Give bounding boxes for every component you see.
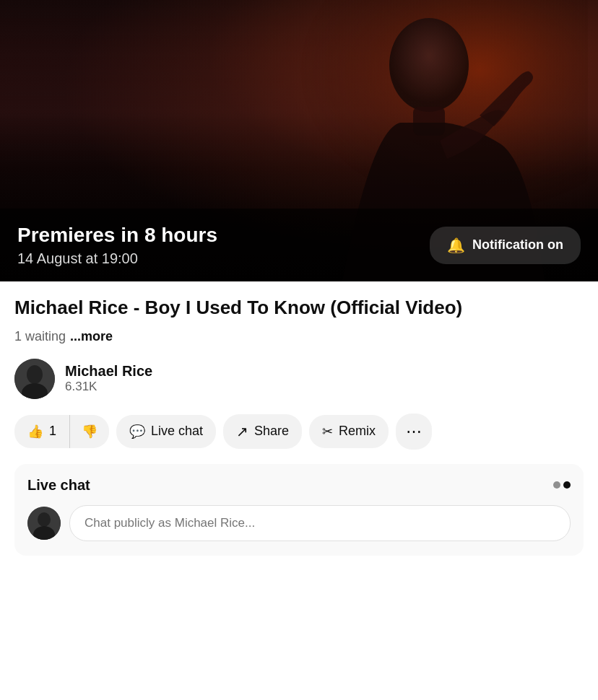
more-icon: ⋯: [406, 422, 422, 441]
svg-point-1: [389, 18, 469, 112]
thumb-down-icon: 👎: [82, 424, 98, 439]
live-chat-title: Live chat: [27, 477, 90, 494]
live-chat-label: Live chat: [151, 424, 203, 439]
premiere-info: Premieres in 8 hours 14 August at 19:00: [17, 223, 217, 267]
avatar[interactable]: [14, 359, 55, 399]
chat-avatar: [27, 507, 61, 540]
premiere-overlay: Premieres in 8 hours 14 August at 19:00 …: [0, 209, 598, 281]
dot-1: [553, 481, 560, 489]
like-button[interactable]: 👍 1: [14, 415, 70, 448]
live-chat-button[interactable]: 💬 Live chat: [116, 415, 216, 448]
video-title: Michael Rice - Boy I Used To Know (Offic…: [14, 296, 584, 320]
notification-label: Notification on: [472, 237, 563, 253]
channel-name[interactable]: Michael Rice: [65, 363, 152, 380]
chat-input[interactable]: [69, 505, 571, 541]
video-thumbnail[interactable]: Premieres in 8 hours 14 August at 19:00 …: [0, 0, 598, 281]
remix-icon: ✂: [322, 424, 333, 439]
channel-info: Michael Rice 6.31K: [65, 363, 152, 394]
live-chat-section: Live chat: [14, 464, 584, 556]
video-content: Michael Rice - Boy I Used To Know (Offic…: [0, 281, 598, 567]
remix-button[interactable]: ✂ Remix: [309, 415, 389, 448]
waiting-count: 1 waiting: [14, 329, 66, 344]
share-icon: ↗: [236, 423, 248, 440]
action-buttons: 👍 1 👎 💬 Live chat ↗ Share ✂ Remix ⋯: [14, 414, 584, 450]
thumb-up-icon: 👍: [27, 424, 43, 439]
live-chat-dots: [553, 481, 571, 489]
bell-icon: 🔔: [447, 237, 465, 254]
share-label: Share: [254, 424, 289, 439]
like-count: 1: [49, 424, 56, 439]
remix-label: Remix: [339, 424, 376, 439]
avatar-image: [14, 359, 55, 399]
dislike-button[interactable]: 👎: [70, 415, 109, 448]
live-chat-header: Live chat: [27, 477, 571, 494]
share-button[interactable]: ↗ Share: [223, 414, 302, 449]
notification-button[interactable]: 🔔 Notification on: [430, 227, 581, 264]
video-stats: 1 waiting ...more: [14, 329, 584, 344]
premiere-date: 14 August at 19:00: [17, 250, 217, 267]
more-link[interactable]: ...more: [70, 329, 113, 344]
like-dislike-group: 👍 1 👎: [14, 415, 109, 448]
svg-point-4: [27, 365, 43, 384]
svg-point-7: [38, 512, 51, 527]
chat-input-row: [27, 505, 571, 541]
premiere-label: Premieres in 8 hours: [17, 223, 217, 248]
channel-subscribers: 6.31K: [65, 380, 152, 394]
dot-2: [563, 481, 571, 489]
chat-icon: 💬: [129, 424, 145, 439]
more-button[interactable]: ⋯: [396, 414, 432, 450]
channel-row[interactable]: Michael Rice 6.31K: [14, 359, 584, 399]
